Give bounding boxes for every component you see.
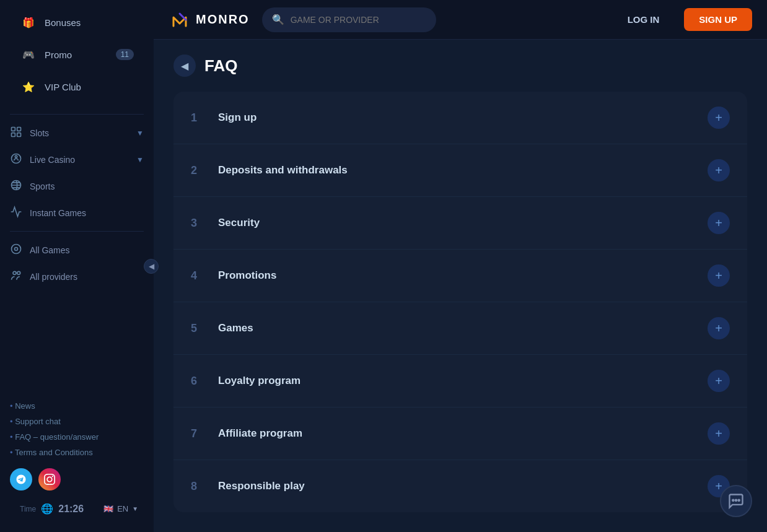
sidebar-item-all-games[interactable]: All Games	[0, 237, 154, 263]
sidebar-tools: All Games All providers	[0, 237, 154, 290]
faq-item-label: Sign up	[218, 111, 695, 124]
sidebar-nav-label: Slots	[30, 128, 49, 138]
sidebar-item-sports[interactable]: Sports	[0, 173, 154, 199]
sidebar-item-instant-games[interactable]: Instant Games	[0, 199, 154, 226]
footer-link-support[interactable]: Support chat	[10, 416, 144, 427]
flag-icon: 🇬🇧	[103, 504, 113, 513]
faq-expand-button[interactable]: +	[708, 159, 730, 181]
page-title: FAQ	[204, 56, 237, 76]
sidebar-nav-label: Sports	[30, 181, 55, 191]
chevron-down-icon: ▼	[132, 505, 138, 512]
faq-item[interactable]: 4 Promotions +	[173, 250, 747, 302]
faq-item-label: Security	[218, 217, 695, 229]
svg-point-11	[735, 500, 737, 501]
faq-list: 1 Sign up + 2 Deposits and withdrawals +…	[173, 92, 747, 512]
faq-item[interactable]: 2 Deposits and withdrawals +	[173, 144, 747, 197]
live-casino-icon	[10, 152, 22, 167]
bonuses-icon: 🎁	[20, 14, 37, 31]
svg-point-10	[17, 271, 20, 274]
instagram-icon[interactable]	[38, 468, 61, 491]
svg-point-13	[739, 500, 740, 501]
svg-point-8	[12, 245, 21, 254]
sidebar-item-live-casino[interactable]: Live Casino ▼	[0, 146, 154, 173]
login-button[interactable]: LOG IN	[615, 9, 672, 30]
main-area: MONRO 🔍 LOG IN SIGN UP ◀ FAQ 1 Sign up +…	[154, 0, 767, 532]
instant-games-icon	[10, 206, 22, 220]
signup-button[interactable]: SIGN UP	[684, 8, 752, 31]
all-games-icon	[10, 243, 22, 257]
sidebar-tools-label: All providers	[30, 272, 77, 282]
sidebar-footer-links: News Support chat FAQ – question/answer …	[0, 395, 154, 463]
faq-item[interactable]: 1 Sign up +	[173, 92, 747, 144]
faq-item[interactable]: 6 Loyalty program +	[173, 355, 747, 408]
svg-rect-0	[12, 128, 15, 131]
sidebar-item-slots[interactable]: Slots ▼	[0, 120, 154, 146]
faq-expand-button[interactable]: +	[708, 422, 730, 445]
faq-item-number: 4	[191, 269, 206, 282]
telegram-icon[interactable]	[10, 468, 32, 491]
footer-link-faq[interactable]: FAQ – question/answer	[10, 431, 144, 443]
search-icon: 🔍	[272, 14, 284, 25]
faq-item[interactable]: 8 Responsible play +	[173, 460, 747, 512]
faq-item[interactable]: 3 Security +	[173, 197, 747, 250]
sidebar-item-vip[interactable]: ⭐ VIP Club	[10, 72, 144, 102]
faq-item-number: 6	[191, 375, 206, 388]
footer-link-news[interactable]: News	[10, 400, 144, 412]
faq-expand-button[interactable]: +	[708, 317, 730, 339]
chevron-down-icon: ▼	[136, 155, 144, 164]
sidebar-collapse-button[interactable]: ◀	[144, 259, 159, 274]
svg-rect-3	[17, 133, 21, 137]
svg-point-12	[732, 500, 734, 501]
faq-expand-button[interactable]: +	[708, 264, 730, 287]
chevron-down-icon: ▼	[136, 129, 144, 137]
promo-icon: 🎮	[20, 46, 37, 63]
footer-link-terms[interactable]: Terms and Conditions	[10, 447, 144, 458]
sidebar-item-promo[interactable]: 🎮 Promo 11	[10, 40, 144, 69]
sidebar-time: Time 🌐 21:26	[10, 498, 94, 520]
search-bar[interactable]: 🔍	[262, 7, 436, 32]
svg-point-7	[15, 248, 18, 251]
faq-expand-button[interactable]: +	[708, 370, 730, 392]
faq-item-label: Loyalty program	[218, 375, 695, 387]
sidebar-item-bonuses[interactable]: 🎁 Bonuses	[10, 7, 144, 37]
faq-expand-button[interactable]: +	[708, 212, 730, 234]
faq-item-number: 7	[191, 427, 206, 440]
sidebar: 🎁 Bonuses 🎮 Promo 11 ⭐ VIP Club Slots ▼	[0, 0, 154, 532]
sidebar-nav-label: Live Casino	[30, 155, 75, 165]
faq-item-label: Responsible play	[218, 480, 695, 492]
time-indicator: 🌐	[41, 503, 53, 515]
sports-icon	[10, 179, 22, 193]
sidebar-item-label: Bonuses	[45, 17, 81, 28]
content-area: ◀ FAQ 1 Sign up + 2 Deposits and withdra…	[154, 40, 767, 532]
faq-expand-button[interactable]: +	[708, 107, 730, 129]
svg-point-9	[13, 271, 16, 274]
faq-item[interactable]: 7 Affiliate program +	[173, 408, 747, 460]
sidebar-item-label: VIP Club	[45, 82, 81, 92]
sidebar-social	[0, 463, 154, 495]
sidebar-divider-2	[10, 231, 144, 232]
language-selector[interactable]: 🇬🇧 EN ▼	[94, 502, 148, 516]
sidebar-divider-1	[10, 114, 144, 115]
time-label: Time	[20, 505, 36, 513]
faq-item-label: Affiliate program	[218, 427, 695, 440]
svg-point-5	[15, 155, 17, 157]
sidebar-top-section: 🎁 Bonuses 🎮 Promo 11 ⭐ VIP Club	[0, 0, 154, 109]
lang-label: EN	[117, 504, 128, 513]
chat-support-button[interactable]	[720, 485, 752, 517]
faq-item-label: Games	[218, 322, 695, 334]
logo-text: MONRO	[196, 12, 250, 27]
all-providers-icon	[10, 269, 22, 284]
faq-item-number: 8	[191, 480, 206, 493]
faq-item-label: Deposits and withdrawals	[218, 164, 695, 177]
faq-item-label: Promotions	[218, 269, 695, 282]
promo-badge: 11	[116, 49, 134, 60]
vip-icon: ⭐	[20, 78, 37, 95]
back-button[interactable]: ◀	[173, 55, 196, 77]
page-header: ◀ FAQ	[173, 55, 747, 77]
faq-item-number: 3	[191, 217, 206, 230]
sidebar-item-all-providers[interactable]: All providers	[0, 263, 154, 290]
logo[interactable]: MONRO	[169, 9, 250, 31]
search-input[interactable]	[291, 15, 426, 25]
faq-item[interactable]: 5 Games +	[173, 302, 747, 355]
sidebar-tools-label: All Games	[30, 245, 70, 255]
